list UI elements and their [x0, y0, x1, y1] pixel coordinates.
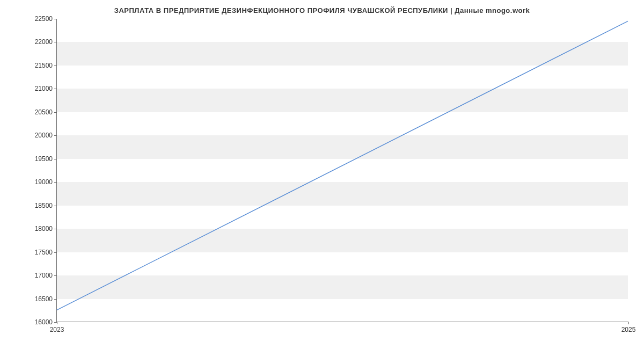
y-tick-mark	[54, 19, 57, 19]
y-tick-label: 20000	[35, 132, 53, 139]
y-tick-label: 16000	[35, 318, 53, 326]
y-tick-mark	[54, 135, 57, 136]
x-tick-label: 2023	[50, 326, 64, 333]
y-tick-mark	[54, 182, 57, 183]
y-tick-mark	[54, 206, 57, 206]
line-series	[57, 19, 628, 322]
y-tick-label: 18000	[35, 225, 53, 232]
y-tick-label: 20500	[35, 108, 53, 116]
y-tick-label: 19500	[35, 155, 53, 163]
y-tick-mark	[54, 159, 57, 159]
x-tick-mark	[57, 322, 57, 324]
y-tick-mark	[54, 299, 57, 300]
chart-title: ЗАРПЛАТА В ПРЕДПРИЯТИЕ ДЕЗИНФЕКЦИОННОГО …	[0, 0, 644, 14]
y-tick-mark	[54, 229, 57, 229]
data-line	[57, 21, 628, 310]
y-tick-mark	[54, 252, 57, 253]
y-tick-mark	[54, 112, 57, 113]
y-tick-label: 21500	[35, 62, 53, 69]
y-tick-label: 18500	[35, 202, 53, 209]
chart-container: 1600016500170001750018000185001900019500…	[56, 19, 628, 322]
y-tick-label: 21000	[35, 85, 53, 92]
y-tick-mark	[54, 66, 57, 66]
y-tick-mark	[54, 275, 57, 276]
y-tick-label: 17000	[35, 272, 53, 279]
plot-area: 1600016500170001750018000185001900019500…	[56, 19, 628, 322]
x-tick-mark	[628, 322, 629, 324]
y-tick-label: 22000	[35, 38, 53, 46]
y-tick-label: 22500	[35, 15, 53, 23]
y-tick-label: 17500	[35, 249, 53, 256]
y-tick-mark	[54, 89, 57, 89]
x-tick-label: 2025	[621, 326, 636, 333]
y-tick-mark	[54, 42, 57, 42]
y-tick-label: 19000	[35, 178, 53, 186]
y-tick-label: 16500	[35, 295, 53, 303]
